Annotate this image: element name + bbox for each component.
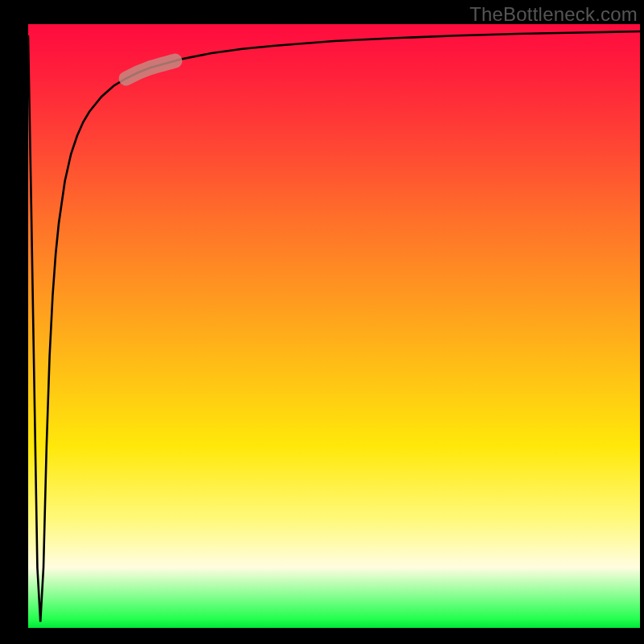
watermark-text: TheBottleneck.com [469, 3, 638, 26]
curve-svg [28, 24, 640, 628]
bottleneck-curve-path [28, 31, 640, 622]
plot-area [28, 24, 640, 628]
chart-frame: TheBottleneck.com [0, 0, 644, 644]
